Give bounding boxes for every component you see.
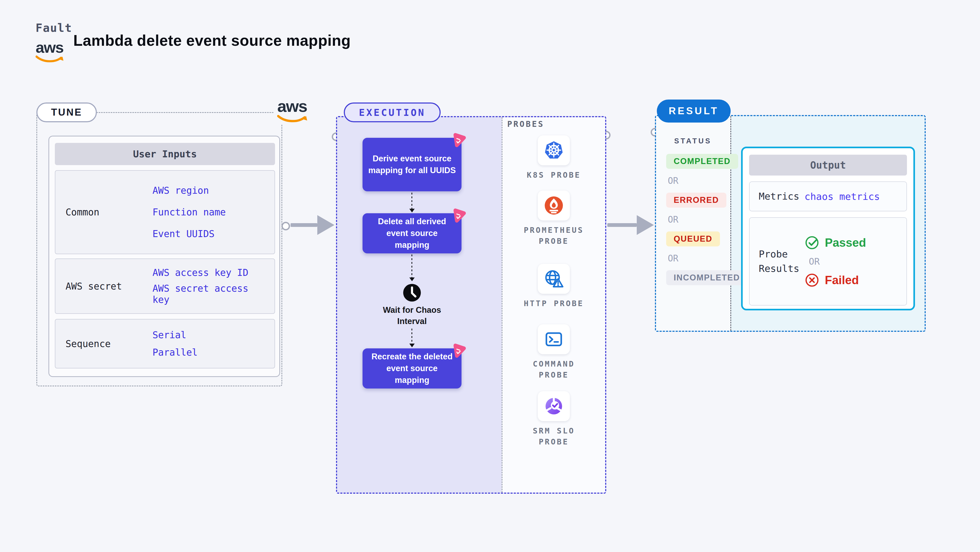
- output-header: Output: [749, 155, 907, 175]
- or-separator: OR: [668, 175, 678, 186]
- passed-label: Passed: [825, 236, 866, 250]
- probe-k8s[interactable]: K8S PROBE: [503, 135, 605, 181]
- or-separator: OR: [668, 253, 678, 264]
- node-recreate-event-source-mapping[interactable]: Recreate the deleted event source mappin…: [363, 348, 461, 388]
- user-inputs-header: User Inputs: [55, 143, 275, 165]
- terminal-icon: [544, 329, 564, 349]
- status-badge-queued: QUEUED: [666, 231, 720, 247]
- status-list: COMPLETED OR ERRORED OR QUEUED OR INCOMP…: [666, 154, 748, 292]
- node-label: Delete all derived event source mapping: [378, 216, 446, 251]
- flow-dotted-connector: [412, 192, 412, 209]
- node-label: Recreate the deleted event source mappin…: [371, 351, 452, 386]
- probe-srm-slo[interactable]: SRM SLO PROBE: [503, 391, 605, 447]
- probe-icon-card: [538, 191, 570, 221]
- input-link-event-uuids[interactable]: Event UUIDS: [153, 228, 272, 239]
- user-inputs-card: User Inputs Common AWS region Function n…: [48, 136, 280, 377]
- aws-logo-text: aws: [36, 40, 64, 55]
- chaos-icon: [449, 131, 466, 148]
- slo-gauge-icon: [544, 396, 564, 416]
- status-badge-completed: COMPLETED: [666, 154, 738, 169]
- prometheus-icon: [544, 196, 564, 215]
- node-delete-event-source-mapping[interactable]: Delete all derived event source mapping: [363, 213, 461, 253]
- connector-ring: [282, 222, 290, 231]
- wait-step[interactable]: [402, 283, 422, 302]
- x-circle-icon: [805, 273, 819, 288]
- flow-arrowhead-icon: [409, 344, 415, 347]
- user-inputs-row-common: Common AWS region Function name Event UU…: [55, 170, 275, 254]
- probe-icon-card: [538, 324, 570, 354]
- aws-smile-icon: [277, 115, 307, 123]
- execution-badge[interactable]: EXECUTION: [344, 102, 441, 122]
- failed-label: Failed: [825, 274, 859, 287]
- clock-icon: [402, 283, 422, 302]
- probe-results-label: Probe Results: [750, 218, 805, 305]
- tune-badge[interactable]: TUNE: [37, 102, 97, 122]
- fault-diagram: Fault aws Lambda delete event source map…: [0, 0, 980, 552]
- status-badge-incompleted: INCOMPLETED: [666, 270, 748, 285]
- check-circle-icon: [805, 235, 819, 250]
- user-inputs-row-sequence: Sequence Serial Parallel: [55, 319, 275, 369]
- aws-logo-tune: aws: [274, 97, 311, 124]
- input-link-serial[interactable]: Serial: [153, 329, 272, 340]
- input-link-access-key-id[interactable]: AWS access key ID: [153, 267, 272, 278]
- flow-arrowhead-icon: [409, 209, 415, 212]
- probe-results-row: Probe Results Passed OR Failed: [749, 217, 907, 305]
- fault-kicker: Fault: [36, 21, 72, 35]
- probe-icon-card: [538, 135, 570, 165]
- probe-command[interactable]: COMMAND PROBE: [503, 324, 605, 380]
- metrics-row: Metrics chaos metrics: [749, 181, 907, 212]
- node-label: Derive event source mapping for all UUID…: [368, 153, 456, 177]
- probe-icon-card: [538, 264, 570, 294]
- row-label: Common: [56, 171, 153, 254]
- aws-logo-text: aws: [277, 98, 307, 115]
- input-link-function-name[interactable]: Function name: [153, 207, 272, 218]
- flow-arrowhead-icon: [637, 215, 654, 235]
- probe-label: COMMAND PROBE: [518, 358, 590, 380]
- chaos-icon: [449, 207, 466, 224]
- result-badge[interactable]: RESULT: [657, 100, 731, 122]
- metrics-label: Metrics: [750, 182, 805, 211]
- flow-arrow: [291, 223, 317, 227]
- page-title: Lambda delete event source mapping: [73, 32, 351, 49]
- user-inputs-row-aws-secret: AWS secret AWS access key ID AWS secret …: [55, 258, 275, 314]
- probe-label: SRM SLO PROBE: [518, 425, 590, 447]
- output-card: Output Metrics chaos metrics Probe Resul…: [741, 146, 915, 310]
- input-link-parallel[interactable]: Parallel: [153, 347, 272, 358]
- probes-title: PROBES: [507, 119, 544, 129]
- metrics-value-link[interactable]: chaos metrics: [805, 182, 880, 211]
- aws-logo: aws: [36, 40, 64, 63]
- aws-smile-icon: [36, 55, 64, 63]
- wait-step-label: Wait for Chaos Interval: [372, 304, 452, 327]
- flow-arrow: [607, 223, 637, 227]
- probe-result-failed: Failed: [805, 273, 866, 288]
- probe-label: PROMETHEUS PROBE: [518, 225, 590, 247]
- probe-icon-card: [538, 391, 570, 421]
- flow-dotted-connector: [412, 255, 412, 278]
- row-label: AWS secret: [56, 259, 153, 313]
- globe-warning-icon: [544, 269, 564, 289]
- row-label: Sequence: [56, 320, 153, 368]
- kubernetes-icon: [544, 140, 564, 160]
- or-separator: OR: [668, 214, 678, 225]
- chaos-icon: [449, 342, 466, 359]
- probe-prometheus[interactable]: PROMETHEUS PROBE: [503, 191, 605, 247]
- probe-label: K8S PROBE: [518, 170, 590, 181]
- flow-arrowhead-icon: [317, 215, 334, 235]
- input-link-secret-access-key[interactable]: AWS secret access key: [153, 283, 272, 305]
- flow-dotted-connector: [412, 329, 412, 344]
- status-title: STATUS: [674, 137, 712, 145]
- probe-result-passed: Passed: [805, 235, 866, 250]
- flow-arrowhead-icon: [409, 277, 415, 281]
- input-link-aws-region[interactable]: AWS region: [153, 185, 272, 196]
- node-derive-event-source-mapping[interactable]: Derive event source mapping for all UUID…: [363, 138, 461, 191]
- probe-label: HTTP PROBE: [518, 298, 590, 309]
- status-badge-errored: ERRORED: [666, 192, 726, 208]
- or-separator: OR: [809, 256, 866, 267]
- probe-http[interactable]: HTTP PROBE: [503, 264, 605, 309]
